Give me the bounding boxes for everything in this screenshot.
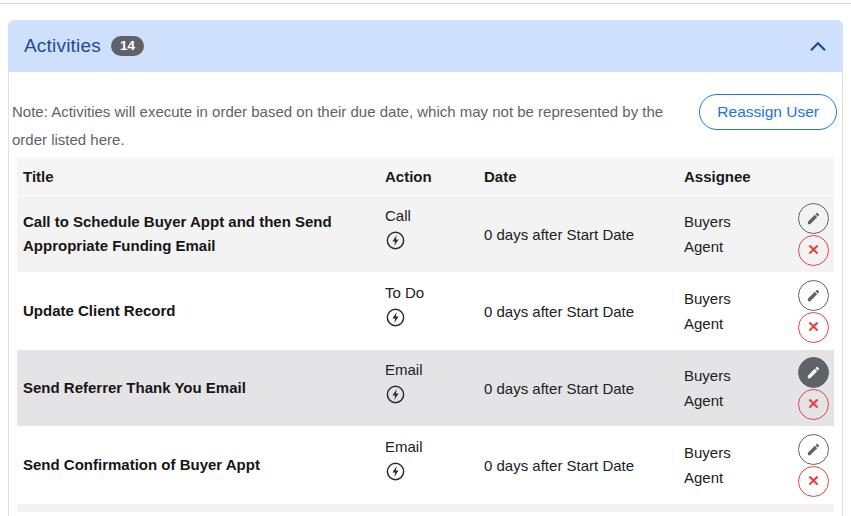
delete-button[interactable]: ✕: [798, 466, 829, 497]
delete-button[interactable]: ✕: [798, 312, 829, 343]
activity-action-cell: Call: [385, 196, 484, 272]
activity-title: Call to Schedule Buyer Appt and then Sen…: [17, 210, 385, 258]
edit-button[interactable]: [798, 280, 829, 311]
pencil-icon: [806, 288, 821, 303]
page-top-divider: [0, 3, 851, 4]
activity-action-cell: To Do: [385, 273, 484, 349]
activity-title: Send Confirmation of Buyer Appt: [17, 453, 385, 477]
offline-bolt-icon: [385, 384, 406, 405]
x-icon: ✕: [807, 319, 820, 334]
activities-accordion-header[interactable]: Activities 14: [8, 20, 843, 72]
edit-button[interactable]: [798, 203, 829, 234]
offline-bolt-icon: [385, 307, 406, 328]
activity-action-label: To Do: [385, 284, 484, 301]
pencil-icon: [806, 211, 821, 226]
delete-button[interactable]: ✕: [798, 389, 829, 420]
activity-assignee: Buyers Agent: [684, 363, 754, 413]
edit-button[interactable]: [798, 357, 829, 388]
x-icon: ✕: [807, 396, 820, 411]
activity-action-cell: Email: [385, 350, 484, 426]
activity-title: Send Referrer Thank You Email: [17, 376, 385, 400]
row-actions: ✕: [798, 350, 843, 426]
row-actions: ✕: [798, 427, 843, 503]
table-row: Send Referrer Thank You Email Email 0 da…: [17, 350, 834, 427]
activity-date: 0 days after Start Date: [484, 380, 684, 397]
activity-date: 0 days after Start Date: [484, 457, 684, 474]
column-header-date: Date: [484, 168, 684, 185]
activity-assignee: Buyers Agent: [684, 440, 754, 490]
pencil-icon: [806, 365, 821, 380]
activity-assignee: Buyers Agent: [684, 286, 754, 336]
reassign-user-button[interactable]: Reassign User: [699, 94, 837, 130]
table-row: Send Confirmation of Buyer Appt Email 0 …: [17, 427, 834, 504]
activities-count-badge: 14: [111, 36, 144, 57]
x-icon: ✕: [807, 242, 820, 257]
activity-action-label: Call: [385, 207, 484, 224]
edit-button[interactable]: [798, 434, 829, 465]
activity-action-label: Email: [385, 438, 484, 455]
delete-button[interactable]: ✕: [798, 235, 829, 266]
activities-panel-body: Note: Activities will execute in order b…: [8, 72, 843, 516]
activity-assignee: Buyers Agent: [684, 209, 754, 259]
activity-date: 0 days after Start Date: [484, 226, 684, 243]
activities-panel: Activities 14 Note: Activities will exec…: [8, 20, 843, 516]
column-header-action: Action: [385, 168, 484, 185]
table-row-partial: [17, 504, 834, 512]
activity-title: Update Client Record: [17, 299, 385, 323]
offline-bolt-icon: [385, 230, 406, 251]
table-header-row: Title Action Date Assignee: [17, 158, 834, 196]
panel-title: Activities: [24, 35, 101, 57]
table-row: Call to Schedule Buyer Appt and then Sen…: [17, 196, 834, 273]
column-header-title: Title: [17, 168, 385, 185]
row-actions: ✕: [798, 273, 843, 349]
activities-table: Title Action Date Assignee Call to Sched…: [17, 158, 834, 512]
activity-action-cell: Email: [385, 427, 484, 503]
chevron-up-icon[interactable]: [809, 41, 827, 52]
table-row: Update Client Record To Do 0 days after …: [17, 273, 834, 350]
activities-table-body: Call to Schedule Buyer Appt and then Sen…: [17, 196, 834, 504]
column-header-assignee: Assignee: [684, 168, 798, 185]
activity-date: 0 days after Start Date: [484, 303, 684, 320]
offline-bolt-icon: [385, 461, 406, 482]
x-icon: ✕: [807, 473, 820, 488]
row-actions: ✕: [798, 196, 843, 272]
activity-action-label: Email: [385, 361, 484, 378]
pencil-icon: [806, 442, 821, 457]
